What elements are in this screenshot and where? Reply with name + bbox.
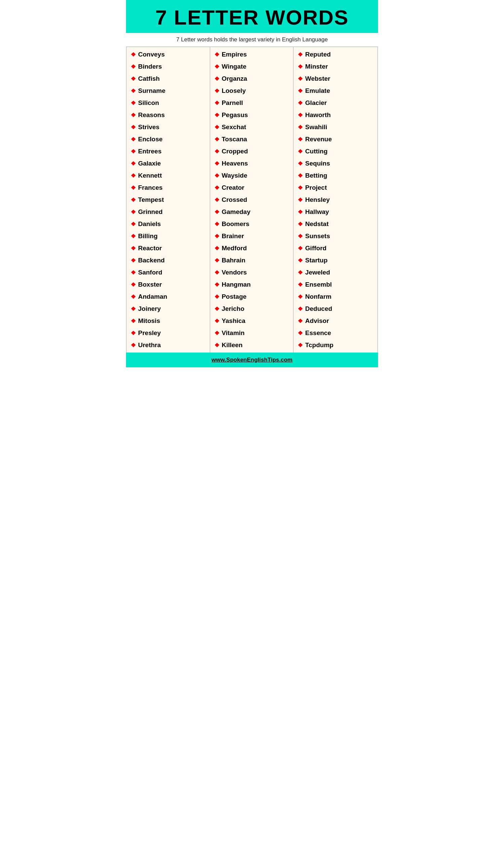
list-item: ❖Tempest xyxy=(127,194,210,206)
list-item: ❖Yashica xyxy=(210,315,293,327)
list-item: ❖Empires xyxy=(210,49,293,61)
diamond-icon: ❖ xyxy=(298,281,303,288)
diamond-icon: ❖ xyxy=(214,281,219,288)
word-text: Joinery xyxy=(138,305,161,312)
word-text: Tcpdump xyxy=(305,341,333,349)
word-text: Cropped xyxy=(222,148,248,155)
word-text: Hangman xyxy=(222,281,251,288)
list-item: ❖Toscana xyxy=(210,133,293,145)
word-text: Medford xyxy=(222,244,247,252)
word-text: Enclose xyxy=(138,136,163,143)
list-item: ❖Ensembl xyxy=(294,278,377,291)
word-text: Project xyxy=(305,184,327,191)
diamond-icon: ❖ xyxy=(298,306,303,312)
diamond-icon: ❖ xyxy=(214,148,219,155)
page-wrapper: 7 LETTER WORDS 7 Letter words holds the … xyxy=(126,0,378,367)
word-text: Binders xyxy=(138,63,162,70)
word-text: Hallway xyxy=(305,208,329,216)
diamond-icon: ❖ xyxy=(298,233,303,240)
diamond-icon: ❖ xyxy=(131,293,136,301)
diamond-icon: ❖ xyxy=(298,257,303,264)
diamond-icon: ❖ xyxy=(131,233,136,240)
list-item: ❖Heavens xyxy=(210,157,293,170)
word-text: Yashica xyxy=(222,317,246,325)
column-2: ❖Empires❖Wingate❖Organza❖Loosely❖Parnell… xyxy=(210,47,294,353)
diamond-icon: ❖ xyxy=(214,221,219,228)
list-item: ❖Surname xyxy=(127,85,210,97)
list-item: ❖Betting xyxy=(294,170,377,182)
diamond-icon: ❖ xyxy=(298,100,303,107)
word-text: Nonfarm xyxy=(305,293,331,301)
diamond-icon: ❖ xyxy=(298,148,303,155)
list-item: ❖Silicon xyxy=(127,97,210,109)
list-item: ❖Backend xyxy=(127,254,210,267)
list-item: ❖Boxster xyxy=(127,278,210,291)
word-text: Catfish xyxy=(138,75,160,82)
list-item: ❖Deduced xyxy=(294,303,377,315)
word-text: Cutting xyxy=(305,148,327,155)
list-item: ❖Sexchat xyxy=(210,121,293,133)
list-item: ❖Reactor xyxy=(127,242,210,254)
list-item: ❖Glacier xyxy=(294,97,377,109)
list-item: ❖Nedstat xyxy=(294,218,377,230)
word-text: Revenue xyxy=(305,136,331,143)
word-text: Hensley xyxy=(305,196,330,204)
word-text: Brainer xyxy=(222,233,244,240)
list-item: ❖Urethra xyxy=(127,339,210,351)
list-item: ❖Grinned xyxy=(127,206,210,218)
header: 7 LETTER WORDS xyxy=(126,0,378,33)
list-item: ❖Swahili xyxy=(294,121,377,133)
word-text: Creator xyxy=(222,184,245,191)
list-item: ❖Creator xyxy=(210,182,293,194)
word-text: Boomers xyxy=(222,220,249,228)
word-text: Reactor xyxy=(138,244,162,252)
diamond-icon: ❖ xyxy=(214,63,219,70)
list-item: ❖Vitamin xyxy=(210,327,293,339)
list-item: ❖Enclose xyxy=(127,133,210,145)
word-text: Organza xyxy=(222,75,247,82)
list-item: ❖Mitosis xyxy=(127,315,210,327)
list-item: ❖Reputed xyxy=(294,49,377,61)
diamond-icon: ❖ xyxy=(214,257,219,264)
diamond-icon: ❖ xyxy=(214,124,219,131)
list-item: ❖Gifford xyxy=(294,242,377,254)
word-text: Bahrain xyxy=(222,257,246,264)
list-item: ❖Wingate xyxy=(210,61,293,73)
word-text: Pegasus xyxy=(222,111,248,119)
diamond-icon: ❖ xyxy=(214,342,219,349)
list-item: ❖Joinery xyxy=(127,303,210,315)
word-text: Swahili xyxy=(305,123,327,131)
list-item: ❖Conveys xyxy=(127,49,210,61)
diamond-icon: ❖ xyxy=(214,112,219,119)
footer[interactable]: www.SpokenEnglishTips.com xyxy=(126,353,378,367)
list-item: ❖Cutting xyxy=(294,145,377,157)
diamond-icon: ❖ xyxy=(298,209,303,216)
diamond-icon: ❖ xyxy=(214,209,219,216)
diamond-icon: ❖ xyxy=(214,330,219,337)
list-item: ❖Brainer xyxy=(210,230,293,242)
diamond-icon: ❖ xyxy=(214,184,219,191)
diamond-icon: ❖ xyxy=(298,330,303,337)
list-item: ❖Cropped xyxy=(210,145,293,157)
list-item: ❖Bahrain xyxy=(210,254,293,267)
list-item: ❖Galaxie xyxy=(127,157,210,170)
word-text: Loosely xyxy=(222,87,246,95)
word-text: Jericho xyxy=(222,305,245,312)
list-item: ❖Emulate xyxy=(294,85,377,97)
diamond-icon: ❖ xyxy=(298,136,303,143)
diamond-icon: ❖ xyxy=(131,196,136,204)
word-text: Startup xyxy=(305,257,328,264)
diamond-icon: ❖ xyxy=(298,269,303,276)
diamond-icon: ❖ xyxy=(298,196,303,204)
word-text: Tempest xyxy=(138,196,164,204)
column-1: ❖Conveys❖Binders❖Catfish❖Surname❖Silicon… xyxy=(127,47,210,353)
list-item: ❖Frances xyxy=(127,182,210,194)
list-item: ❖Pegasus xyxy=(210,109,293,121)
word-text: Mitosis xyxy=(138,317,160,325)
list-item: ❖Strives xyxy=(127,121,210,133)
diamond-icon: ❖ xyxy=(131,269,136,276)
word-text: Backend xyxy=(138,257,165,264)
diamond-icon: ❖ xyxy=(214,317,219,325)
word-text: Webster xyxy=(305,75,330,82)
diamond-icon: ❖ xyxy=(131,136,136,143)
